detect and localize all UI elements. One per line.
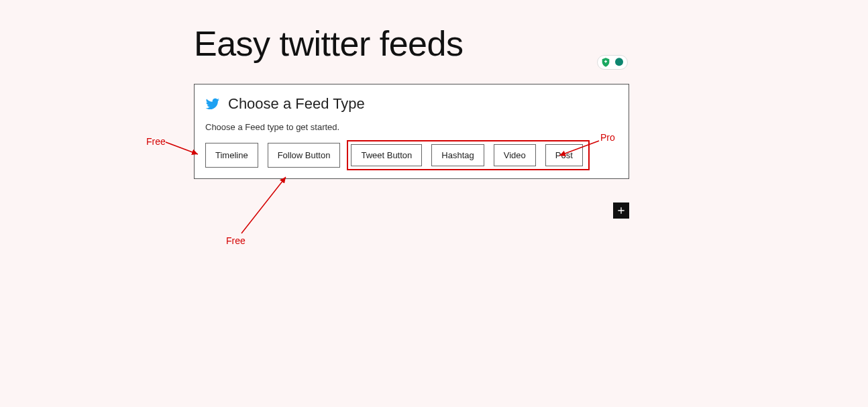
chat-icon[interactable] xyxy=(613,56,625,68)
svg-line-2 xyxy=(241,177,286,233)
feed-btn-timeline[interactable]: Timeline xyxy=(205,143,258,168)
feed-btn-hashtag[interactable]: Hashtag xyxy=(431,144,484,166)
feed-buttons-row: Timeline Follow Button Tweet Button Hash… xyxy=(205,143,618,168)
header-icon-group xyxy=(597,55,628,70)
svg-point-0 xyxy=(615,58,623,66)
panel-header: Choose a Feed Type xyxy=(205,95,618,113)
annotation-free-bottom: Free xyxy=(226,235,246,246)
svg-line-1 xyxy=(166,142,198,154)
feed-btn-video[interactable]: Video xyxy=(494,144,536,166)
feed-btn-follow[interactable]: Follow Button xyxy=(268,143,341,168)
feed-type-panel: Choose a Feed Type Choose a Feed type to… xyxy=(194,84,629,179)
shield-icon[interactable] xyxy=(600,56,612,68)
annotation-free-top: Free xyxy=(146,136,166,147)
feed-btn-tweet[interactable]: Tweet Button xyxy=(351,144,422,166)
arrow-free-bottom xyxy=(240,173,294,237)
annotation-pro: Pro xyxy=(600,132,615,143)
twitter-icon xyxy=(205,97,220,111)
add-block-button[interactable] xyxy=(613,202,629,219)
panel-title: Choose a Feed Type xyxy=(228,95,365,113)
feed-btn-post[interactable]: Post xyxy=(545,144,583,166)
pro-buttons-group: Tweet Button Hashtag Video Post xyxy=(347,140,589,170)
panel-subtitle: Choose a Feed type to get started. xyxy=(205,122,618,132)
page-title: Easy twitter feeds xyxy=(194,23,463,64)
